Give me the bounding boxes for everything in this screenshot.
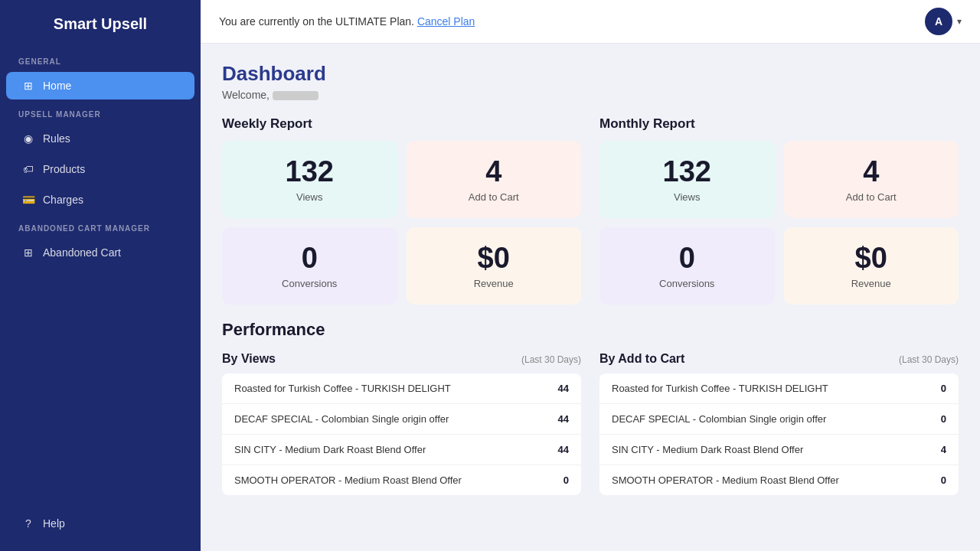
by-add-to-cart-title: By Add to Cart [599,352,684,366]
weekly-revenue-value: $0 [478,243,510,275]
sidebar-item-help[interactable]: ? Help [6,510,194,537]
sidebar-item-home[interactable]: ⊞ Home [6,72,194,99]
monthly-report-title: Monthly Report [599,116,959,132]
sidebar-item-rules[interactable]: ◉ Rules [6,125,194,152]
by-views-row-3-value: 44 [554,444,569,455]
weekly-revenue-label: Revenue [474,278,514,289]
by-atc-row-3-name: SIN CITY - Medium Dark Roast Blend Offer [612,444,931,455]
weekly-conversions-card: 0 Conversions [222,227,397,305]
weekly-add-to-cart-label: Add to Cart [469,191,519,203]
by-views-row-1-name: Roasted for Turkish Coffee - TURKISH DEL… [234,383,554,394]
monthly-views-value: 132 [663,156,711,188]
reports-section: Weekly Report 132 Views 4 Add to Cart 0 … [222,116,959,305]
sidebar-item-products[interactable]: 🏷 Products [6,155,194,183]
top-banner: You are currently on the ULTIMATE Plan. … [201,0,980,44]
avatar-container[interactable]: A ▾ [925,8,962,35]
main-area: You are currently on the ULTIMATE Plan. … [201,0,980,551]
by-views-title: By Views [222,352,276,366]
weekly-report-title: Weekly Report [222,116,581,132]
weekly-views-label: Views [296,191,322,203]
by-atc-row-2-value: 0 [931,413,946,425]
banner-text: You are currently on the ULTIMATE Plan. … [219,15,475,28]
by-atc-row-4-name: SMOOTH OPERATOR - Medium Roast Blend Off… [612,474,931,486]
weekly-revenue-card: $0 Revenue [407,227,582,305]
general-section-label: GENERAL [0,48,201,70]
by-views-header: By Views (Last 30 Days) [222,352,581,366]
performance-grid: By Views (Last 30 Days) Roasted for Turk… [222,352,959,495]
by-views-row-4-name: SMOOTH OPERATOR - Medium Roast Blend Off… [234,474,554,486]
by-views-row-4-value: 0 [554,474,569,486]
by-atc-row-1-value: 0 [931,383,946,394]
by-views-row-3-name: SIN CITY - Medium Dark Roast Blend Offer [234,444,554,455]
sidebar-item-rules-label: Rules [43,132,70,145]
by-views-row-2-value: 44 [554,413,569,425]
weekly-report: Weekly Report 132 Views 4 Add to Cart 0 … [222,116,581,305]
by-add-to-cart-panel: By Add to Cart (Last 30 Days) Roasted fo… [599,352,959,495]
monthly-revenue-label: Revenue [851,278,891,289]
monthly-views-card: 132 Views [599,141,775,218]
monthly-revenue-value: $0 [855,243,887,275]
table-row: Roasted for Turkish Coffee - TURKISH DEL… [222,373,581,404]
performance-title: Performance [222,320,959,340]
monthly-conversions-card: 0 Conversions [599,227,775,305]
sidebar-item-charges-label: Charges [43,194,83,206]
abandoned-section-label: ABANDONED CART MANAGER [0,215,201,237]
by-add-to-cart-table: Roasted for Turkish Coffee - TURKISH DEL… [599,373,959,495]
by-views-table: Roasted for Turkish Coffee - TURKISH DEL… [222,373,581,495]
weekly-views-value: 132 [286,156,334,188]
by-views-row-1-value: 44 [554,383,569,394]
by-atc-row-3-value: 4 [931,444,946,455]
table-row: SMOOTH OPERATOR - Medium Roast Blend Off… [222,465,581,495]
by-views-panel: By Views (Last 30 Days) Roasted for Turk… [222,352,581,495]
sidebar: Smart Upsell GENERAL ⊞ Home UPSELL MANAG… [0,0,201,551]
table-row: SIN CITY - Medium Dark Roast Blend Offer… [222,435,581,465]
monthly-add-to-cart-label: Add to Cart [846,191,897,203]
weekly-conversions-value: 0 [302,243,318,275]
by-views-row-2-name: DECAF SPECIAL - Colombian Single origin … [234,413,554,425]
charges-icon: 💳 [21,194,35,206]
rules-icon: ◉ [21,132,35,145]
avatar: A [925,8,952,35]
abandoned-cart-icon: ⊞ [21,246,35,259]
welcome-text: Welcome, [222,89,959,101]
sidebar-item-abandoned-cart[interactable]: ⊞ Abandoned Cart [6,239,194,266]
help-icon: ? [21,517,35,530]
monthly-add-to-cart-value: 4 [863,156,879,188]
weekly-add-to-cart-value: 4 [485,156,501,188]
home-icon: ⊞ [21,80,35,92]
table-row: DECAF SPECIAL - Colombian Single origin … [222,404,581,435]
by-atc-row-1-name: Roasted for Turkish Coffee - TURKISH DEL… [612,383,931,394]
weekly-report-cards: 132 Views 4 Add to Cart 0 Conversions $0… [222,141,581,305]
upsell-section-label: UPSELL MANAGER [0,101,201,123]
table-row: DECAF SPECIAL - Colombian Single origin … [599,404,959,435]
by-add-to-cart-header: By Add to Cart (Last 30 Days) [599,352,959,366]
by-atc-row-4-value: 0 [931,474,946,486]
monthly-conversions-value: 0 [679,243,695,275]
monthly-add-to-cart-card: 4 Add to Cart [784,141,959,218]
sidebar-item-products-label: Products [43,163,85,175]
by-add-to-cart-subtitle: (Last 30 Days) [899,354,959,365]
content-area: Dashboard Welcome, Weekly Report 132 Vie… [201,44,980,551]
weekly-add-to-cart-card: 4 Add to Cart [407,141,582,218]
app-title: Smart Upsell [0,0,201,48]
monthly-report-cards: 132 Views 4 Add to Cart 0 Conversions $0… [599,141,959,305]
sidebar-item-charges[interactable]: 💳 Charges [6,186,194,214]
products-icon: 🏷 [21,163,35,175]
chevron-down-icon: ▾ [957,16,962,27]
sidebar-item-home-label: Home [43,80,71,92]
by-views-subtitle: (Last 30 Days) [521,354,581,365]
table-row: SMOOTH OPERATOR - Medium Roast Blend Off… [599,465,959,495]
monthly-views-label: Views [674,191,700,203]
welcome-name [273,91,318,100]
weekly-views-card: 132 Views [222,141,397,218]
by-atc-row-2-name: DECAF SPECIAL - Colombian Single origin … [612,413,931,425]
cancel-plan-link[interactable]: Cancel Plan [417,15,475,28]
table-row: SIN CITY - Medium Dark Roast Blend Offer… [599,435,959,465]
sidebar-item-help-label: Help [43,517,65,530]
weekly-conversions-label: Conversions [282,278,337,289]
sidebar-item-abandoned-label: Abandoned Cart [43,246,121,259]
monthly-revenue-card: $0 Revenue [784,227,959,305]
table-row: Roasted for Turkish Coffee - TURKISH DEL… [599,373,959,404]
dashboard-title: Dashboard [222,62,959,86]
monthly-report: Monthly Report 132 Views 4 Add to Cart 0… [599,116,959,305]
